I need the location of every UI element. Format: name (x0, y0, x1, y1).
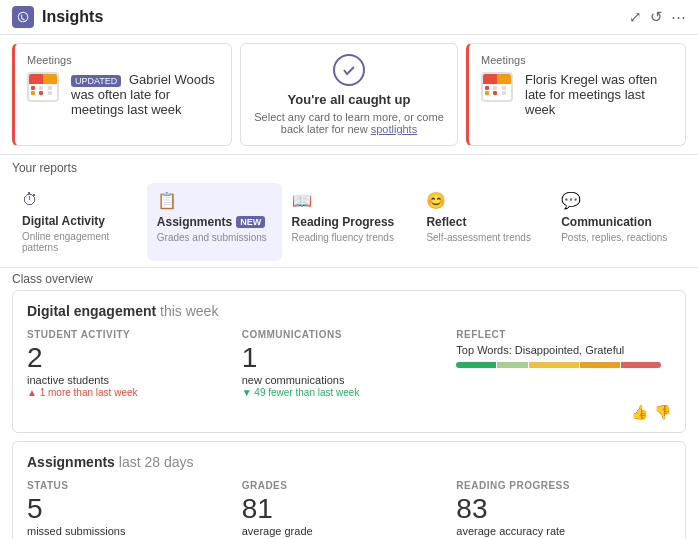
check-circle-icon (333, 54, 365, 86)
digital-stats-row: STUDENT ACTIVITY 2 inactive students ▲ 1… (27, 329, 671, 398)
communication-name: Communication (561, 215, 676, 229)
page-title: Insights (42, 8, 103, 26)
comms-change: ▼ 49 fewer than last week (242, 387, 447, 398)
student-activity-value: 2 (27, 344, 232, 372)
student-activity-label: STUDENT ACTIVITY (27, 329, 232, 340)
spotlight-card-1-section: Meetings (27, 54, 219, 66)
caught-up-subtitle: Select any card to learn more, or come b… (253, 111, 445, 135)
comms-label: COMMUNICATIONS (242, 329, 447, 340)
app-header: Insights ⤢ ↺ ⋯ (0, 0, 698, 35)
reading-progress-desc: average accuracy rate (456, 525, 661, 537)
report-communication[interactable]: 💬 Communication Posts, replies, reaction… (551, 183, 686, 261)
reflect-bar-seg-1 (456, 362, 496, 368)
student-activity-change: ▲ 1 more than last week (27, 387, 232, 398)
report-reflect[interactable]: 😊 Reflect Self-assessment trends (416, 183, 551, 261)
student-activity-desc: inactive students (27, 374, 232, 386)
assignments-name: Assignments NEW (157, 215, 272, 229)
reports-section-label: Your reports (0, 155, 698, 179)
communication-sub: Posts, replies, reactions (561, 232, 676, 243)
spotlight-card-3-text: Floris Kregel was often late for meeting… (525, 72, 673, 117)
reports-row: ⏱ Digital Activity Online engagement pat… (0, 179, 698, 268)
status-col: STATUS 5 missed submissions ▲ 4 more tha… (27, 480, 242, 539)
updated-badge: UPDATED (71, 75, 121, 87)
app-icon (12, 6, 34, 28)
digital-activity-sub: Online engagement patterns (22, 231, 137, 253)
spotlight-card-3-content: Floris Kregel was often late for meeting… (481, 72, 673, 117)
assignments-sub: Grades and submissions (157, 232, 272, 243)
reading-progress-label: READING PROGRESS (456, 480, 661, 491)
status-desc: missed submissions (27, 525, 232, 537)
expand-icon[interactable]: ⤢ (629, 8, 642, 26)
digital-activity-icon: ⏱ (22, 191, 137, 209)
digital-engagement-card: Digital engagement this week STUDENT ACT… (12, 290, 686, 433)
spotlight-card-1-text: UPDATED Gabriel Woods was often late for… (71, 72, 219, 117)
thumbs-down-icon[interactable]: 👎 (654, 404, 671, 420)
grades-col: GRADES 81 average grade (242, 480, 457, 539)
grades-label: GRADES (242, 480, 447, 491)
comms-value: 1 (242, 344, 447, 372)
reflect-icon: 😊 (426, 191, 541, 210)
thumbs-up-icon[interactable]: 👍 (631, 404, 648, 420)
reading-progress-value: 83 (456, 495, 661, 523)
comms-desc: new communications (242, 374, 447, 386)
reflect-name: Reflect (426, 215, 541, 229)
student-activity-col: STUDENT ACTIVITY 2 inactive students ▲ 1… (27, 329, 242, 398)
reflect-words: Top Words: Disappointed, Grateful (456, 344, 661, 356)
communications-col: COMMUNICATIONS 1 new communications ▼ 49… (242, 329, 457, 398)
reflect-bar-seg-2 (497, 362, 527, 368)
communication-icon: 💬 (561, 191, 676, 210)
meetings-calendar-icon-3 (481, 72, 517, 108)
spotlight-card-center[interactable]: You're all caught up Select any card to … (240, 43, 458, 146)
spotlights-section: Meetings UPDATED Gabriel Woods was often… (0, 35, 698, 155)
report-reading-progress[interactable]: 📖 Reading Progress Reading fluency trend… (282, 183, 417, 261)
reading-progress-col: READING PROGRESS 83 average accuracy rat… (456, 480, 671, 539)
reflect-bar-seg-3 (529, 362, 579, 368)
reflect-bar-seg-5 (621, 362, 661, 368)
spotlight-card-3[interactable]: Meetings Floris Kregel was often late fo… (466, 43, 686, 146)
assignments-card: Assignments last 28 days STATUS 5 missed… (12, 441, 686, 539)
grades-value: 81 (242, 495, 447, 523)
digital-engagement-title: Digital engagement this week (27, 303, 671, 319)
reflect-bar-seg-4 (580, 362, 620, 368)
report-assignments[interactable]: 📋 Assignments NEW Grades and submissions (147, 183, 282, 261)
grades-desc: average grade (242, 525, 447, 537)
spotlight-card-3-section: Meetings (481, 54, 673, 66)
digital-card-footer: 👍 👎 (27, 404, 671, 420)
reading-progress-icon: 📖 (292, 191, 407, 210)
assignments-icon: 📋 (157, 191, 272, 210)
digital-activity-name: Digital Activity (22, 214, 137, 228)
class-overview-section: Class overview Digital engagement this w… (0, 268, 698, 539)
header-left: Insights (12, 6, 103, 28)
reflect-stat-label: REFLECT (456, 329, 661, 340)
spotlight-card-1[interactable]: Meetings UPDATED Gabriel Woods was often… (12, 43, 232, 146)
reading-progress-name: Reading Progress (292, 215, 407, 229)
header-actions: ⤢ ↺ ⋯ (629, 8, 686, 26)
report-digital-activity[interactable]: ⏱ Digital Activity Online engagement pat… (12, 183, 147, 261)
caught-up-title: You're all caught up (288, 92, 411, 107)
assignments-card-title: Assignments last 28 days (27, 454, 671, 470)
status-value: 5 (27, 495, 232, 523)
reading-progress-sub: Reading fluency trends (292, 232, 407, 243)
reflect-bar (456, 362, 661, 368)
spotlight-card-1-content: UPDATED Gabriel Woods was often late for… (27, 72, 219, 117)
reflect-col: REFLECT Top Words: Disappointed, Gratefu… (456, 329, 671, 398)
refresh-icon[interactable]: ↺ (650, 8, 663, 26)
reflect-sub: Self-assessment trends (426, 232, 541, 243)
assignments-stats-row: STATUS 5 missed submissions ▲ 4 more tha… (27, 480, 671, 539)
status-label: STATUS (27, 480, 232, 491)
more-icon[interactable]: ⋯ (671, 8, 686, 26)
spotlights-link[interactable]: spotlights (371, 123, 417, 135)
class-overview-label: Class overview (12, 272, 686, 286)
new-badge: NEW (236, 216, 265, 228)
meetings-calendar-icon-1 (27, 72, 63, 108)
